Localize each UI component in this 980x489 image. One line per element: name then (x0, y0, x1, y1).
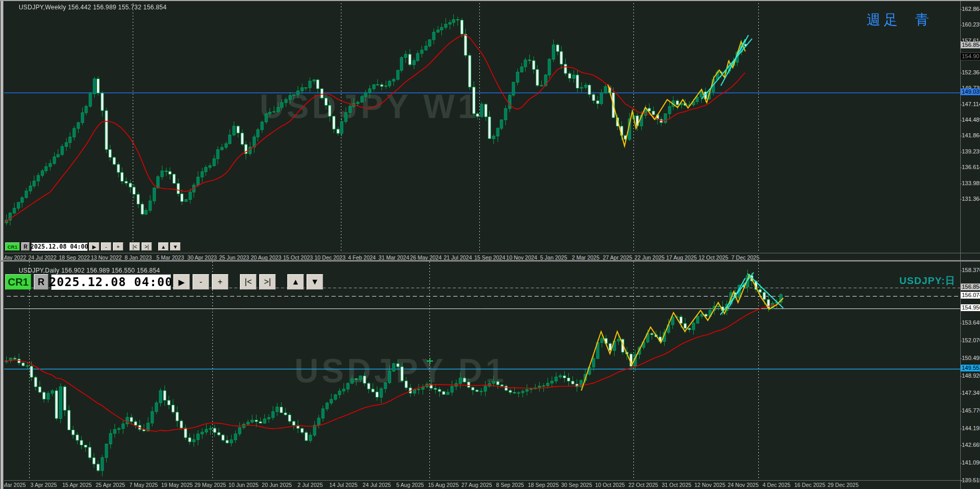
price-tick-label: 141.864 (962, 132, 980, 138)
date-tick-label: 19 May 2025 (161, 482, 193, 488)
price-tick-label: 145.770 (962, 407, 980, 414)
price-tick-label: 144.489 (962, 117, 980, 123)
date-tick-label: 15 Apr 2025 (62, 482, 92, 488)
price-marker-white: 156.074 (961, 292, 980, 299)
daily-price-axis[interactable]: 158.370153.645152.070150.495148.920147.3… (961, 262, 980, 489)
date-tick-label: 2 Jul 2025 (298, 482, 323, 488)
terminal-window: USDJPY W1 USDJPY,Weekly 156.442 156.989 … (0, 0, 980, 489)
toolbar-spacer (125, 242, 128, 251)
toolbar-spacer (154, 242, 157, 251)
price-tick-label: 147.345 (962, 390, 980, 396)
price-marker-current: 156.854 (961, 284, 980, 290)
step-forward-button[interactable]: >| (259, 274, 276, 290)
price-tick-label: 141.090 (962, 459, 980, 466)
price-tick-label: 153.645 (962, 319, 980, 326)
price-marker-white: 154.950 (961, 304, 980, 311)
price-marker-cyanblue: 149.553 (961, 365, 980, 371)
weekly-price-axis[interactable]: 162.864160.239157.614152.364149.739147.1… (961, 0, 980, 262)
date-tick-label: 29 Dec 2025 (828, 482, 859, 488)
date-tick-label: 7 May 2025 (130, 482, 158, 488)
daily-chart-canvas[interactable] (0, 262, 960, 481)
date-tick-label: 22 Oct 2025 (628, 482, 658, 488)
price-tick-label: 142.665 (962, 442, 980, 448)
date-tick-label: 5 Aug 2025 (396, 482, 424, 488)
price-tick-label: 152.070 (962, 337, 980, 343)
scale-down-button[interactable]: ▼ (170, 242, 181, 251)
price-tick-label: 131.364 (962, 196, 980, 202)
weekly-chart-pane: USDJPY W1 USDJPY,Weekly 156.442 156.989 … (0, 0, 980, 262)
step-back-button[interactable]: |< (240, 274, 257, 290)
window-border-top (0, 0, 980, 1)
price-tick-label: 152.364 (962, 69, 980, 75)
toolbar-spacer (231, 274, 237, 290)
date-tick-label: 31 Oct 2025 (661, 482, 691, 488)
scale-down-button[interactable]: ▼ (307, 274, 323, 290)
price-tick-label: 158.370 (962, 267, 980, 273)
mode-button[interactable]: R (21, 242, 30, 251)
price-tick-label: 160.239 (962, 21, 980, 28)
date-tick-label: 29 May 2025 (195, 482, 226, 488)
weekly-toolbar: CR1 R 2025.12.08 04:00 ▶ - + |< >| ▲ ▼ (5, 242, 181, 251)
date-tick-label: 12 Nov 2025 (694, 482, 726, 488)
daily-toolbar: CR1 R 2025.12.08 04:00 ▶ - + |< >| ▲ ▼ (5, 274, 323, 290)
step-forward-button[interactable]: >| (142, 242, 152, 251)
price-marker-current: 156.854 (961, 42, 980, 48)
date-tick-label: 20 Jun 2025 (262, 482, 292, 488)
weekly-title: USDJPY,Weekly 156.442 156.989 155.732 15… (19, 4, 167, 11)
price-tick-label: 162.864 (962, 6, 980, 12)
datetime-field[interactable]: 2025.12.08 04:00 (31, 242, 87, 251)
daily-title: USDJPY,Daily 156.902 156.989 156.550 156… (19, 267, 160, 274)
speed-plus-button[interactable]: + (212, 274, 228, 290)
date-tick-label: 15 Aug 2025 (428, 482, 459, 488)
daily-corner-label: USDJPY:日 (899, 274, 956, 288)
speed-minus-button[interactable]: - (101, 242, 111, 251)
toolbar-spacer (278, 274, 285, 290)
price-marker-blue: 149.035 (961, 88, 980, 95)
price-tick-label: 150.495 (962, 355, 980, 361)
date-tick-label: 30 Sep 2025 (561, 482, 592, 488)
speed-plus-button[interactable]: + (113, 242, 123, 251)
scale-up-button[interactable]: ▲ (158, 242, 169, 251)
date-tick-label: 3 Apr 2025 (31, 482, 57, 488)
window-border-left (0, 0, 4, 489)
price-tick-label: 147.114 (962, 101, 980, 107)
date-tick-label: 10 Jun 2025 (228, 482, 259, 488)
date-tick-label: 14 Jul 2025 (329, 482, 358, 488)
daily-chart-pane: USDJPY D1 USDJPY,Daily 156.902 156.989 1… (0, 262, 980, 489)
date-tick-label: 25 Apr 2025 (96, 482, 125, 488)
date-tick-label: 24 Nov 2025 (728, 482, 759, 488)
scale-up-button[interactable]: ▲ (287, 274, 304, 290)
price-tick-label: 148.920 (962, 372, 980, 379)
price-tick-label: 139.239 (962, 148, 980, 155)
mode-button[interactable]: R (34, 274, 48, 290)
date-tick-label: 18 Sep 2025 (528, 482, 559, 488)
weekly-corner-label: 週足 青 (867, 10, 932, 29)
price-tick-label: 144.195 (962, 425, 980, 431)
weekly-chart-canvas[interactable] (0, 0, 960, 253)
pane-splitter[interactable] (0, 260, 980, 262)
preset-button[interactable]: CR1 (5, 274, 31, 290)
date-tick-label: 16 Dec 2025 (794, 482, 825, 488)
date-tick-label: 8 Sep 2025 (496, 482, 524, 488)
play-button[interactable]: ▶ (89, 242, 99, 251)
price-marker-black: 154.907 (961, 53, 980, 60)
date-tick-label: 10 Oct 2025 (595, 482, 625, 488)
date-tick-label: 4 Dec 2025 (762, 482, 791, 488)
datetime-field[interactable]: 2025.12.08 04:00 (51, 274, 171, 290)
speed-minus-button[interactable]: - (193, 274, 209, 290)
daily-time-axis[interactable]: 24 Mar 20253 Apr 202515 Apr 202525 Apr 2… (0, 481, 960, 488)
date-tick-label: 24 Jul 2025 (363, 482, 391, 488)
play-button[interactable]: ▶ (173, 274, 190, 290)
preset-button[interactable]: CR1 (5, 242, 20, 251)
date-tick-label: 27 Aug 2025 (462, 482, 492, 488)
price-tick-label: 136.614 (962, 164, 980, 170)
step-back-button[interactable]: |< (130, 242, 140, 251)
price-tick-label: 133.989 (962, 180, 980, 186)
